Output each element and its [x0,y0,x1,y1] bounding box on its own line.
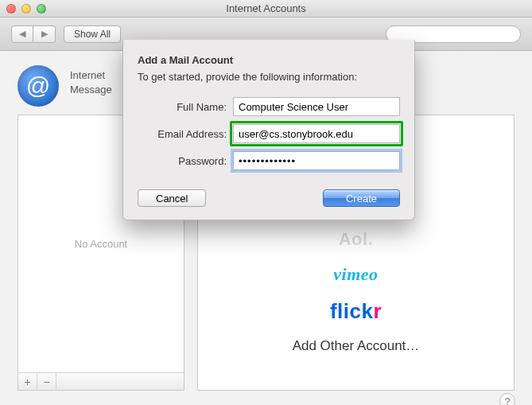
show-all-button[interactable]: Show All [64,25,121,43]
password-label: Password: [138,155,227,167]
forward-button[interactable]: ▶ [33,25,56,43]
sheet-subtitle: To get started, provide the following in… [138,71,400,83]
triangle-left-icon: ◀ [19,29,25,39]
cancel-button[interactable]: Cancel [138,189,206,207]
triangle-right-icon: ▶ [41,29,48,39]
email-label: Email Address: [138,128,227,140]
remove-account-button[interactable]: − [37,373,56,390]
window-title: Internet Accounts [0,2,532,14]
sheet-button-row: Cancel Create [138,189,400,207]
email-input[interactable] [233,124,400,143]
full-name-label: Full Name: [138,101,227,113]
search-input[interactable] [398,29,517,40]
at-icon: @ [17,65,59,107]
sheet-title: Add a Mail Account [138,54,400,66]
email-row: Email Address: [138,124,400,143]
create-button[interactable]: Create [323,189,400,207]
password-input[interactable] [233,151,400,170]
traffic-lights [6,4,46,14]
sidebar-footer: + − [18,372,184,390]
add-account-button[interactable]: + [18,373,37,390]
provider-aol[interactable]: Aol. [339,229,374,250]
full-name-row: Full Name: [138,97,400,116]
password-row: Password: [138,151,400,170]
help-button[interactable]: ? [499,393,515,405]
provider-flickr[interactable]: flickr [330,299,382,324]
back-button[interactable]: ◀ [11,25,33,43]
nav-group: ◀ ▶ [11,25,56,43]
minimize-window-button[interactable] [21,4,31,14]
provider-vimeo[interactable]: vimeo [333,264,378,285]
add-other-account[interactable]: Add Other Account… [293,338,420,354]
add-mail-account-sheet: Add a Mail Account To get started, provi… [122,40,415,220]
window-titlebar: Internet Accounts [0,0,532,18]
full-name-input[interactable] [233,97,400,116]
zoom-window-button[interactable] [37,4,46,14]
close-window-button[interactable] [6,4,16,14]
